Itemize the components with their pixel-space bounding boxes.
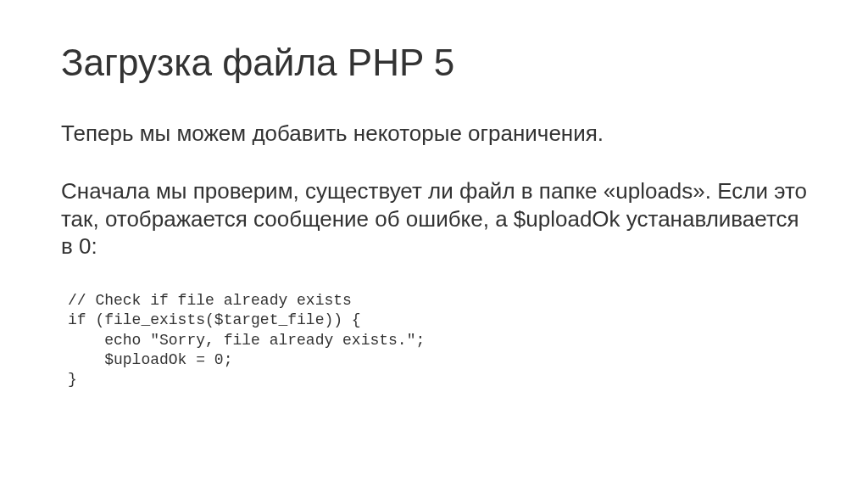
description-paragraph: Сначала мы проверим, существует ли файл … [61, 177, 807, 260]
intro-paragraph: Теперь мы можем добавить некоторые огран… [61, 120, 807, 148]
page-title: Загрузка файла PHP 5 [61, 41, 807, 86]
code-snippet: // Check if file already exists if (file… [61, 291, 807, 390]
